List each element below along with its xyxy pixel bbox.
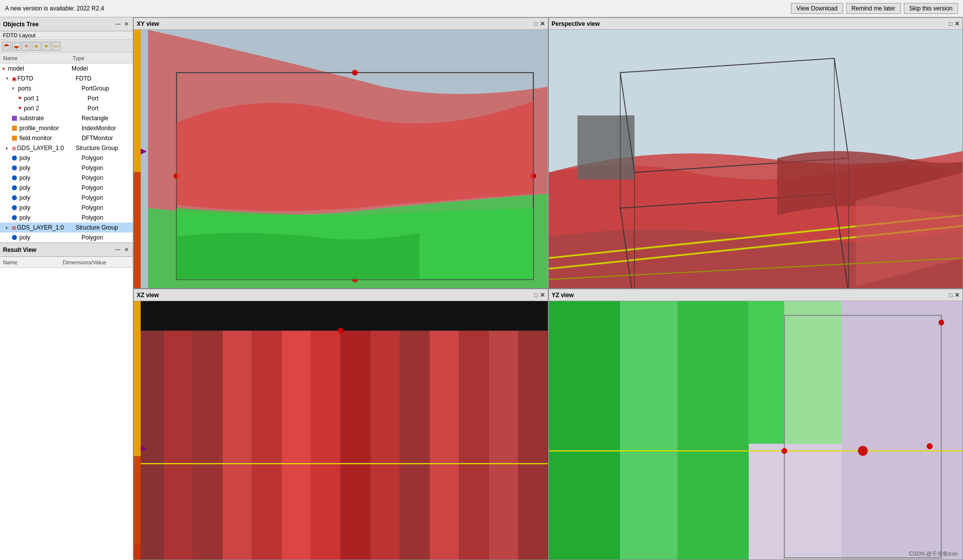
xy-canvas <box>134 30 548 288</box>
tree-item-fdtd[interactable]: ▾ ▣ FDTD FDTD <box>0 74 133 83</box>
xz-bottom-indicator <box>134 545 141 560</box>
svg-rect-42 <box>841 301 963 560</box>
svg-rect-18 <box>134 301 548 330</box>
poly1-type: Polygon <box>82 155 103 161</box>
field-monitor-type: DFTMonitor <box>82 135 113 142</box>
result-close-icon[interactable]: ✕ <box>123 246 130 253</box>
profile-monitor-type: IndexMonitor <box>82 125 116 132</box>
xy-view-content[interactable]: ▶ <box>134 30 548 288</box>
substrate-type: Rectangle <box>82 115 108 122</box>
result-view: Result View — ✕ Name Dimensions/Value <box>0 243 133 560</box>
poly1-icon <box>12 156 17 160</box>
svg-rect-27 <box>370 330 400 560</box>
xz-close-icon[interactable]: ✕ <box>540 292 545 299</box>
result-view-header-icons: — ✕ <box>114 246 130 253</box>
xy-close-icon[interactable]: ✕ <box>540 20 545 27</box>
poly4-icon <box>12 185 17 190</box>
ports-expand-icon: ▾ <box>12 86 17 91</box>
toolbar-btn-arrow-down[interactable] <box>42 42 51 51</box>
tree-item-substrate[interactable]: substrate Rectangle <box>0 113 133 123</box>
toolbar-btn-up[interactable] <box>2 42 11 51</box>
skip-version-button[interactable]: Skip this version <box>904 3 958 14</box>
poly6-type: Polygon <box>82 204 103 211</box>
toolbar-btn-down[interactable] <box>12 42 21 51</box>
tree-area: + model Model ▾ ▣ FDTD FDTD <box>0 64 133 242</box>
main-layout: Objects Tree — ✕ FDTD Layout ✕ <box>0 17 963 560</box>
perspective-canvas <box>549 30 963 288</box>
tree-item-model[interactable]: + model Model <box>0 64 133 74</box>
perspective-close-icon[interactable]: ✕ <box>955 20 960 27</box>
poly1-name: poly <box>19 155 30 161</box>
yz-minimize-icon[interactable]: □ <box>949 292 953 299</box>
gds1-name: GDS_LAYER_1:0 <box>17 145 64 152</box>
tree-item-poly1[interactable]: poly Polygon <box>0 153 133 163</box>
yz-close-icon[interactable]: ✕ <box>955 292 960 299</box>
svg-marker-5 <box>44 45 48 48</box>
result-minimize-icon[interactable]: — <box>114 246 121 253</box>
tree-item-gds-layer-1[interactable]: ▸ ⊞ GDS_LAYER_1:0 Structure Group <box>0 143 133 153</box>
tree-item-port2[interactable]: ⚑ port 2 Port <box>0 103 133 113</box>
poly5-type: Polygon <box>82 194 103 201</box>
tree-item-poly6[interactable]: poly Polygon <box>0 203 133 213</box>
perspective-minimize-icon[interactable]: □ <box>949 20 953 27</box>
poly7-icon <box>12 215 17 220</box>
svg-rect-32 <box>518 330 547 560</box>
yz-canvas <box>549 301 963 560</box>
toolbar-btn-arrow-up[interactable] <box>32 42 41 51</box>
toolbar-btn-arrows[interactable]: ⟷ <box>52 42 61 51</box>
xy-side-indicator <box>134 30 141 288</box>
tree-item-poly2[interactable]: poly Polygon <box>0 163 133 173</box>
profile-monitor-icon <box>12 126 17 131</box>
svg-rect-40 <box>748 301 784 444</box>
view-download-button[interactable]: View Download <box>791 3 843 14</box>
svg-rect-28 <box>400 330 429 560</box>
tree-item-field-monitor[interactable]: field monitor DFTMonitor <box>0 133 133 143</box>
tree-item-profile-monitor[interactable]: profile_monitor IndexMonitor <box>0 123 133 133</box>
xy-minimize-icon[interactable]: □ <box>534 20 537 27</box>
tree-item-gds-layer-2[interactable]: ▸ ⊞ GDS_LAYER_1:0 Structure Group <box>0 223 133 233</box>
port1-name: port 1 <box>24 95 39 102</box>
poly5-icon <box>12 195 17 200</box>
tree-item-poly5[interactable]: poly Polygon <box>0 193 133 203</box>
result-view-header: Result View — ✕ <box>0 243 133 257</box>
yz-view-content[interactable] <box>549 301 963 560</box>
minimize-icon[interactable]: — <box>114 21 121 28</box>
toolbar-btn-x[interactable]: ✕ <box>22 42 31 51</box>
tree-item-port1[interactable]: ⚑ port 1 Port <box>0 93 133 103</box>
notification-message: A new version is available: 2022 R2.4 <box>5 5 788 12</box>
gds1-icon: ⊞ <box>12 146 16 151</box>
port1-type: Port <box>88 95 98 102</box>
tree-item-ports[interactable]: ▾ ports PortGroup <box>0 83 133 93</box>
objects-tree-title: Objects Tree <box>3 21 39 28</box>
gds1-expand-icon: ▸ <box>6 146 11 151</box>
poly8-type: Polygon <box>82 234 103 241</box>
tree-item-poly8[interactable]: poly Polygon <box>0 233 133 242</box>
fdtd-name: FDTD <box>17 75 33 82</box>
left-panel: Objects Tree — ✕ FDTD Layout ✕ <box>0 17 133 560</box>
yz-view-title: YZ view <box>552 292 574 299</box>
remind-later-button[interactable]: Remind me later <box>846 3 901 14</box>
tree-item-poly4[interactable]: poly Polygon <box>0 183 133 193</box>
objects-tree: Objects Tree — ✕ FDTD Layout ✕ <box>0 17 133 243</box>
svg-rect-41 <box>784 301 841 444</box>
notification-bar: A new version is available: 2022 R2.4 Vi… <box>0 0 963 17</box>
xz-view-content[interactable]: ▶ <box>134 301 548 560</box>
xz-minimize-icon[interactable]: □ <box>534 292 537 299</box>
model-type: Model <box>72 65 88 72</box>
xy-view-icons: □ ✕ <box>534 20 544 27</box>
gds2-icon: ⊞ <box>12 225 16 231</box>
layout-label: FDTD Layout <box>0 31 133 40</box>
perspective-view-content[interactable] <box>549 30 963 288</box>
xz-canvas <box>134 301 548 560</box>
tree-item-poly3[interactable]: poly Polygon <box>0 173 133 183</box>
poly3-icon <box>12 175 17 180</box>
yz-view-header: YZ view □ ✕ <box>549 289 963 301</box>
close-icon[interactable]: ✕ <box>123 21 130 28</box>
port2-type: Port <box>88 105 98 112</box>
ports-name: ports <box>18 85 31 92</box>
perspective-view-header: Perspective view □ ✕ <box>549 18 963 30</box>
svg-rect-21 <box>193 330 222 560</box>
poly5-name: poly <box>19 194 30 201</box>
svg-rect-38 <box>620 301 677 560</box>
tree-item-poly7[interactable]: poly Polygon <box>0 213 133 223</box>
